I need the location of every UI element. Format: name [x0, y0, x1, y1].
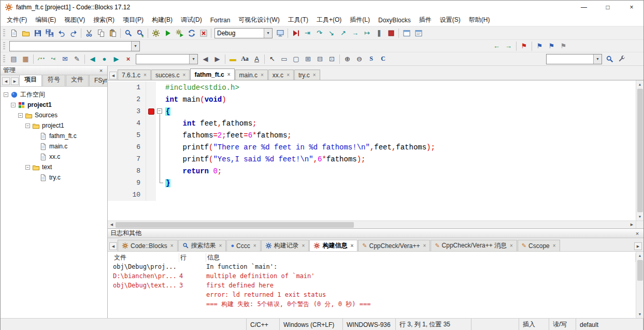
scroll-up-icon[interactable]: ▲: [636, 80, 644, 88]
code-editor[interactable]: 1#include<stdio.h>2int main(void)3−{4 in…: [108, 80, 636, 221]
log-tab-build-log[interactable]: 构建记录×: [261, 240, 309, 251]
doxy-run-icon[interactable]: ✉: [59, 53, 71, 65]
code-text[interactable]: fathoms=2;feet=6*fathoms;: [164, 131, 292, 140]
build-target-combobox[interactable]: Debug▾: [214, 28, 273, 38]
tab-close-icon[interactable]: ×: [423, 243, 426, 249]
zoom-in-icon[interactable]: ⊕: [341, 53, 353, 65]
log-tabs-scroll-right-icon[interactable]: ▶: [634, 242, 642, 250]
tab-close-icon[interactable]: ×: [227, 72, 231, 77]
tab-close-icon[interactable]: ×: [183, 72, 186, 78]
sidebar-tab-files[interactable]: 文件: [66, 75, 89, 86]
highlight-mode-icon[interactable]: A: [251, 53, 263, 65]
scroll-right-icon[interactable]: ▶: [628, 221, 636, 229]
log-column-header-2[interactable]: 行: [179, 253, 206, 262]
next-line-icon[interactable]: ↷: [313, 28, 325, 39]
paste-icon[interactable]: [107, 28, 119, 39]
log-row-5[interactable]: === 构建 失败: 5个错误, 0个警告 (0 分, 0 秒) ===: [113, 299, 636, 309]
code-line-4[interactable]: 4 int feet,fathoms;: [108, 117, 636, 129]
toggle-bookmark-icon[interactable]: ⚑: [518, 40, 530, 52]
next-bookmark-icon[interactable]: ⚑: [546, 40, 557, 52]
tree-node-project1[interactable]: −project1: [1, 100, 107, 110]
symbols-browser-icon[interactable]: ▤: [8, 53, 20, 65]
horizontal-scroll-thumb[interactable]: [116, 222, 354, 228]
tab-close-icon[interactable]: ×: [287, 72, 290, 78]
editor-tab-succes-c[interactable]: succes.c×: [151, 70, 190, 80]
code-completion-scope-combobox[interactable]: ▾: [9, 41, 140, 51]
log-column-header-3[interactable]: 信息: [206, 253, 636, 262]
scroll-left-icon[interactable]: ◀: [108, 221, 116, 229]
side-tabs-scroll-left-icon[interactable]: ◀: [2, 77, 10, 85]
doxy-block-comment-icon[interactable]: /**: [35, 53, 47, 65]
dropdown-arrow-icon[interactable]: ▾: [593, 54, 602, 64]
incsearch-clear-icon[interactable]: ×: [122, 53, 134, 65]
doxy-line-comment-icon[interactable]: *<: [47, 53, 59, 65]
widget-notebook-icon[interactable]: ⊟: [314, 53, 326, 65]
search-next-icon[interactable]: ▶: [211, 53, 223, 65]
find-icon[interactable]: [122, 28, 134, 39]
management-caption[interactable]: 管理 ×: [1, 66, 107, 75]
new-file-icon[interactable]: [8, 28, 20, 39]
menu-item-2[interactable]: 编辑(E): [31, 14, 60, 26]
scroll-down-icon[interactable]: ▼: [636, 213, 644, 221]
code-text[interactable]: printf("There are %d feet in %d fathoms!…: [164, 143, 435, 152]
tree-node-file-xx-c[interactable]: xx.c: [1, 152, 107, 162]
code-text[interactable]: return 0;: [164, 167, 222, 175]
incsearch-prev-icon[interactable]: ◀: [87, 53, 98, 65]
redo-icon[interactable]: [67, 28, 79, 39]
menu-item-8[interactable]: Fortran: [206, 14, 235, 26]
cut-icon[interactable]: [83, 28, 95, 39]
sidebar-tab-symbols[interactable]: 符号: [42, 75, 65, 86]
code-text[interactable]: int feet,fathoms;: [164, 119, 256, 128]
code-text[interactable]: int main(void): [164, 95, 226, 104]
menu-item-16[interactable]: 帮助(H): [465, 14, 494, 26]
minimize-button[interactable]: —: [572, 1, 596, 14]
incsearch-next-icon[interactable]: ▶: [110, 53, 122, 65]
various-info-icon[interactable]: [412, 28, 424, 39]
tree-node-sources-project1[interactable]: −project1: [1, 120, 107, 131]
code-line-6[interactable]: 6 printf("There are %d feet in %d fathom…: [108, 141, 636, 153]
tree-node-folder-text[interactable]: −text: [1, 162, 107, 172]
code-line-10[interactable]: 10: [108, 189, 636, 201]
code-line-8[interactable]: 8 return 0;: [108, 165, 636, 177]
code-line-5[interactable]: 5 fathoms=2;feet=6*fathoms;: [108, 129, 636, 141]
build-and-run-icon[interactable]: [174, 28, 185, 39]
open-file-icon[interactable]: [20, 28, 32, 39]
tree-expander-icon[interactable]: −: [4, 92, 8, 97]
fold-margin[interactable]: [156, 129, 164, 141]
breakpoint-margin[interactable]: [146, 189, 156, 201]
breakpoint-marker[interactable]: [148, 108, 154, 115]
editor-tab-7-6-1-c[interactable]: 7.6.1.c×: [118, 70, 151, 80]
log-tab-codeblocks[interactable]: Code::Blocks×: [118, 240, 178, 251]
sidebar-tab-fsymtab[interactable]: FSymTab: [89, 75, 107, 86]
menu-item-6[interactable]: 构建(B): [148, 14, 177, 26]
log-tab-search-results[interactable]: 搜索结果×: [178, 240, 226, 251]
code-line-9[interactable]: 9}: [108, 177, 636, 189]
editor-tab-try-c[interactable]: try.c×: [294, 70, 320, 80]
editor-tabs-scroll-left-icon[interactable]: ◀: [109, 72, 117, 79]
tree-expander-icon[interactable]: −: [18, 113, 23, 118]
menu-item-9[interactable]: 可视化设计(W): [234, 14, 283, 26]
log-tab-cppcheck-vera[interactable]: ✎CppCheck/Vera++×: [358, 240, 430, 251]
log-tab-cscope[interactable]: ✎Cscope×: [518, 240, 560, 251]
tab-close-icon[interactable]: ×: [302, 243, 305, 249]
code-text[interactable]: #include<stdio.h>: [164, 84, 239, 92]
breakpoint-margin[interactable]: [146, 81, 156, 93]
next-instruction-icon[interactable]: →: [349, 28, 361, 39]
log-tab-cppcheck-vera-messages[interactable]: ✎CppCheck/Vera++ 消息×: [431, 240, 517, 251]
menu-item-11[interactable]: 工具+(O): [312, 14, 346, 26]
breakpoint-margin[interactable]: [146, 117, 156, 129]
breakpoint-margin[interactable]: [146, 105, 156, 117]
tab-close-icon[interactable]: ×: [350, 243, 353, 249]
stop-debugger-icon[interactable]: [385, 28, 397, 39]
menu-item-10[interactable]: 工具(T): [284, 14, 312, 26]
abort-build-icon[interactable]: [197, 28, 209, 39]
log-column-header-1[interactable]: 文件: [113, 253, 179, 262]
log-row-1[interactable]: obj\Debug\proj...In function `main':: [113, 262, 636, 271]
tree-node-workspace[interactable]: −工作空间: [1, 89, 107, 100]
logs-close-icon[interactable]: ×: [634, 230, 641, 237]
maximize-button[interactable]: □: [596, 1, 620, 14]
dropdown-arrow-icon[interactable]: ▾: [264, 29, 272, 38]
jump-forward-icon[interactable]: →: [503, 40, 514, 52]
step-out-icon[interactable]: ↗: [337, 28, 349, 39]
code-line-3[interactable]: 3−{: [108, 105, 636, 117]
